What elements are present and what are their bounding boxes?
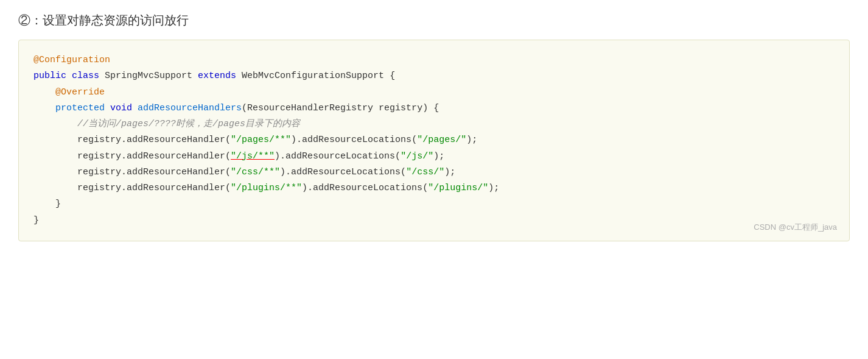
watermark: CSDN @cv工程师_java	[754, 221, 837, 235]
registry2-str2: "/js/"	[401, 151, 433, 162]
annotation-line: @Configuration	[33, 52, 835, 68]
registry4-mid: ).addResourceLocations(	[302, 183, 428, 193]
comment-line: //当访问/pages/????时候，走/pages目录下的内容	[33, 116, 835, 132]
method-name: addResourceHandlers	[138, 103, 242, 113]
registry3-pre: registry.addResourceHandler(	[77, 167, 231, 177]
class-declaration-line: public class SpringMvcSupport extends We…	[33, 68, 835, 84]
registry2-line: registry.addResourceHandler("/js/**").ad…	[33, 149, 835, 165]
open-brace: {	[390, 71, 395, 81]
registry1-str2: "/pages/"	[417, 135, 466, 145]
comment-text: //当访问/pages/????时候，走/pages目录下的内容	[77, 119, 300, 129]
code-block: @Configuration public class SpringMvcSup…	[18, 40, 850, 241]
override-annotation: @Override	[55, 87, 105, 98]
registry1-line: registry.addResourceHandler("/pages/**")…	[33, 132, 835, 148]
kw-void: void	[110, 103, 138, 113]
registry4-line: registry.addResourceHandler("/plugins/**…	[33, 180, 835, 196]
kw-extends: extends	[198, 71, 242, 81]
registry3-str1: "/css/**"	[231, 167, 280, 177]
registry2-pre: registry.addResourceHandler(	[77, 151, 231, 162]
override-line: @Override	[33, 85, 835, 101]
parent-class: WebMvcConfigurationSupport	[242, 71, 390, 81]
kw-public: public	[33, 71, 72, 81]
close-outer-brace: }	[33, 215, 39, 226]
close-outer-line: }	[33, 213, 835, 229]
registry4-str1: "/plugins/**"	[231, 183, 302, 193]
registry3-mid: ).addResourceLocations(	[280, 167, 406, 177]
registry4-pre: registry.addResourceHandler(	[77, 183, 231, 193]
registry3-line: registry.addResourceHandler("/css/**").a…	[33, 165, 835, 180]
registry4-end: );	[488, 183, 499, 193]
close-inner-brace: }	[55, 199, 61, 209]
class-name: SpringMvcSupport	[105, 71, 198, 81]
registry3-str2: "/css/"	[406, 167, 444, 177]
method-signature-line: protected void addResourceHandlers(Resou…	[33, 101, 835, 116]
registry2-str1: "/js/**"	[231, 151, 275, 162]
title-text: ②：设置对静态资源的访问放行	[18, 13, 189, 27]
registry4-str2: "/plugins/"	[428, 183, 488, 193]
kw-protected: protected	[55, 103, 110, 113]
registry2-end: );	[433, 151, 444, 162]
registry1-mid: ).addResourceLocations(	[291, 135, 417, 145]
registry1-str1: "/pages/**"	[231, 135, 291, 145]
registry1-pre: registry.addResourceHandler(	[77, 135, 231, 145]
page-title: ②：设置对静态资源的访问放行	[18, 12, 850, 29]
registry3-end: );	[444, 167, 455, 177]
registry2-mid: ).addResourceLocations(	[275, 151, 401, 162]
method-params: (ResourceHandlerRegistry registry) {	[242, 103, 439, 113]
registry1-end: );	[466, 135, 477, 145]
kw-class: class	[72, 71, 105, 81]
close-inner-line: }	[33, 196, 835, 212]
annotation: @Configuration	[33, 55, 110, 65]
